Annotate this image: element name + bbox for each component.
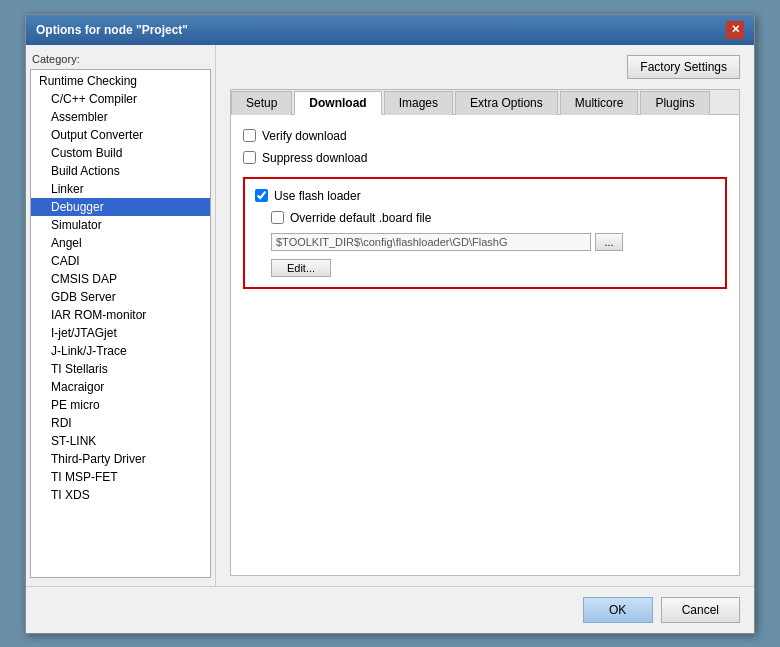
tab-setup[interactable]: Setup (231, 91, 292, 115)
verify-download-row: Verify download (243, 129, 727, 143)
dialog-footer: OK Cancel (26, 586, 754, 633)
sidebar-item[interactable]: CADI (31, 252, 210, 270)
sidebar-item[interactable]: Output Converter (31, 126, 210, 144)
flash-loader-section: Use flash loader Override default .board… (243, 177, 727, 289)
tabs-container: SetupDownloadImagesExtra OptionsMulticor… (230, 89, 740, 576)
cancel-button[interactable]: Cancel (661, 597, 740, 623)
path-row: ... (255, 233, 715, 251)
tab-images[interactable]: Images (384, 91, 453, 115)
sidebar-item[interactable]: TI Stellaris (31, 360, 210, 378)
sidebar-item[interactable]: ST-LINK (31, 432, 210, 450)
override-board-checkbox[interactable] (271, 211, 284, 224)
suppress-download-label: Suppress download (262, 151, 367, 165)
sidebar-item[interactable]: Runtime Checking (31, 72, 210, 90)
tab-multicore[interactable]: Multicore (560, 91, 639, 115)
sidebar-item[interactable]: Build Actions (31, 162, 210, 180)
sidebar-item[interactable]: Third-Party Driver (31, 450, 210, 468)
tab-download[interactable]: Download (294, 91, 381, 115)
factory-settings-row: Factory Settings (230, 55, 740, 79)
main-content: Factory Settings SetupDownloadImagesExtr… (216, 45, 754, 586)
ok-button[interactable]: OK (583, 597, 653, 623)
category-list: Runtime CheckingC/C++ CompilerAssemblerO… (31, 70, 210, 577)
suppress-download-checkbox[interactable] (243, 151, 256, 164)
sidebar-item[interactable]: Angel (31, 234, 210, 252)
dialog-body: Category: Runtime CheckingC/C++ Compiler… (26, 45, 754, 586)
board-file-path-input[interactable] (271, 233, 591, 251)
sidebar-item[interactable]: TI MSP-FET (31, 468, 210, 486)
sidebar-item[interactable]: C/C++ Compiler (31, 90, 210, 108)
verify-download-checkbox[interactable] (243, 129, 256, 142)
factory-settings-button[interactable]: Factory Settings (627, 55, 740, 79)
sidebar-item[interactable]: Linker (31, 180, 210, 198)
edit-row: Edit... (255, 259, 715, 277)
use-flash-loader-checkbox[interactable] (255, 189, 268, 202)
dialog-title: Options for node "Project" (36, 23, 188, 37)
use-flash-loader-label: Use flash loader (274, 189, 361, 203)
browse-button[interactable]: ... (595, 233, 623, 251)
use-flash-loader-row: Use flash loader (255, 189, 715, 203)
override-board-label: Override default .board file (290, 211, 431, 225)
category-label: Category: (30, 53, 211, 65)
sidebar-item[interactable]: GDB Server (31, 288, 210, 306)
sidebar-item[interactable]: Simulator (31, 216, 210, 234)
sidebar: Category: Runtime CheckingC/C++ Compiler… (26, 45, 216, 586)
title-bar: Options for node "Project" ✕ (26, 15, 754, 45)
tab-extra-options[interactable]: Extra Options (455, 91, 558, 115)
sidebar-item[interactable]: CMSIS DAP (31, 270, 210, 288)
tab-bar: SetupDownloadImagesExtra OptionsMulticor… (231, 90, 739, 115)
sidebar-item[interactable]: J-Link/J-Trace (31, 342, 210, 360)
sidebar-item[interactable]: TI XDS (31, 486, 210, 504)
sidebar-item[interactable]: IAR ROM-monitor (31, 306, 210, 324)
suppress-download-row: Suppress download (243, 151, 727, 165)
sidebar-item[interactable]: Debugger (31, 198, 210, 216)
tab-plugins[interactable]: Plugins (640, 91, 709, 115)
main-dialog: Options for node "Project" ✕ Category: R… (25, 14, 755, 634)
close-button[interactable]: ✕ (726, 21, 744, 39)
sidebar-item[interactable]: PE micro (31, 396, 210, 414)
sidebar-item[interactable]: Custom Build (31, 144, 210, 162)
verify-download-label: Verify download (262, 129, 347, 143)
sidebar-item[interactable]: Macraigor (31, 378, 210, 396)
sidebar-item[interactable]: Assembler (31, 108, 210, 126)
sidebar-item[interactable]: RDI (31, 414, 210, 432)
edit-button[interactable]: Edit... (271, 259, 331, 277)
sidebar-item[interactable]: I-jet/JTAGjet (31, 324, 210, 342)
category-list-container: Runtime CheckingC/C++ CompilerAssemblerO… (30, 69, 211, 578)
tab-content-download: Verify download Suppress download Use fl… (231, 115, 739, 575)
override-board-row: Override default .board file (255, 211, 715, 225)
